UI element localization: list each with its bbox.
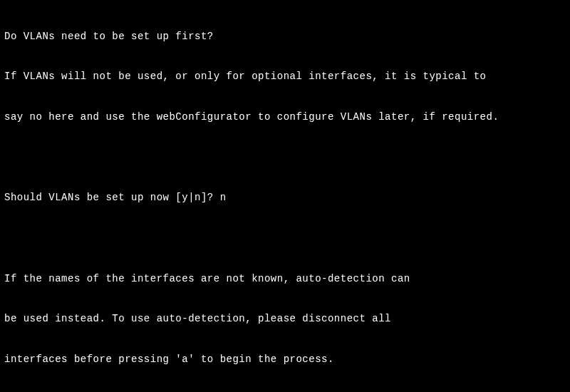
terminal-line: say no here and use the webConfigurator … — [4, 110, 566, 124]
terminal-output: Do VLANs need to be set up first? If VLA… — [4, 3, 566, 392]
terminal-line: Should VLANs be set up now [y|n]? n — [4, 191, 566, 205]
terminal-line: be used instead. To use auto-detection, … — [4, 312, 566, 326]
terminal-line: If the names of the interfaces are not k… — [4, 272, 566, 286]
terminal-line: If VLANs will not be used, or only for o… — [4, 70, 566, 83]
terminal-line: Do VLANs need to be set up first? — [4, 30, 566, 43]
terminal-line — [4, 232, 566, 245]
terminal-line — [4, 151, 566, 165]
terminal-line: interfaces before pressing 'a' to begin … — [4, 353, 566, 366]
